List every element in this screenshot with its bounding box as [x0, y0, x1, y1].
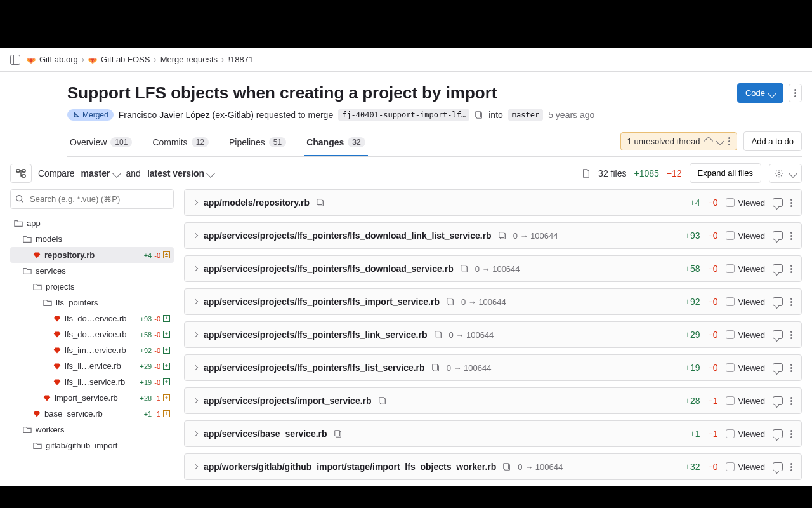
file-row: app/models/repository.rb+4−0Viewed [184, 189, 802, 216]
comment-icon[interactable] [773, 231, 783, 240]
viewed-checkbox[interactable]: Viewed [726, 198, 765, 208]
target-branch[interactable]: master [508, 109, 543, 121]
breadcrumb-mr-id[interactable]: !18871 [228, 55, 253, 64]
file-path[interactable]: app/services/projects/import_service.rb [204, 396, 372, 406]
comment-icon[interactable] [773, 462, 783, 471]
comment-icon[interactable] [773, 429, 783, 438]
tree-folder[interactable]: workers [10, 422, 174, 438]
viewed-checkbox[interactable]: Viewed [726, 462, 765, 472]
tree-file[interactable]: lfs_do…ervice.rb+58 -0 + [10, 326, 174, 342]
viewed-checkbox[interactable]: Viewed [726, 396, 765, 406]
tab-pipelines[interactable]: Pipelines51 [226, 130, 289, 156]
expand-file-icon[interactable] [193, 200, 198, 205]
breadcrumb-section[interactable]: Merge requests [160, 55, 218, 64]
file-menu-icon[interactable] [790, 463, 792, 471]
comment-icon[interactable] [773, 330, 783, 339]
copy-path-icon[interactable] [316, 198, 325, 207]
copy-path-icon[interactable] [434, 330, 443, 339]
tree-file[interactable]: base_service.rb+1 -1 ± [10, 406, 174, 422]
expand-file-icon[interactable] [193, 299, 198, 304]
breadcrumb-group[interactable]: GitLab.org [39, 55, 78, 64]
file-path[interactable]: app/services/base_service.rb [204, 429, 327, 439]
viewed-checkbox[interactable]: Viewed [726, 429, 765, 439]
add-todo-button[interactable]: Add a to do [743, 131, 802, 151]
tree-file[interactable]: lfs_li…ervice.rb+29 -0 + [10, 358, 174, 374]
file-path[interactable]: app/services/projects/lfs_pointers/lfs_d… [204, 231, 492, 241]
added-icon: + [163, 347, 170, 354]
copy-path-icon[interactable] [502, 462, 511, 471]
compare-base-dropdown[interactable]: master [81, 168, 120, 178]
thread-menu-icon[interactable] [728, 137, 730, 145]
folder-icon [23, 267, 32, 276]
expand-file-icon[interactable] [193, 332, 198, 337]
tab-changes[interactable]: Changes32 [304, 130, 367, 156]
time-ago: 5 years ago [548, 110, 594, 120]
copy-path-icon[interactable] [460, 264, 469, 273]
source-branch[interactable]: fj-40401-support-import-lf… [338, 109, 469, 121]
breadcrumb-project[interactable]: GitLab FOSS [101, 55, 150, 64]
copy-path-icon[interactable] [446, 297, 455, 306]
tree-file[interactable]: lfs_do…ervice.rb+93 -0 + [10, 311, 174, 326]
viewed-checkbox[interactable]: Viewed [726, 363, 765, 373]
copy-path-icon[interactable] [378, 396, 387, 405]
tab-overview[interactable]: Overview101 [67, 130, 134, 156]
tree-file[interactable]: lfs_im…ervice.rb+92 -0 + [10, 342, 174, 358]
file-menu-icon[interactable] [790, 364, 792, 372]
comment-icon[interactable] [773, 297, 783, 306]
expand-file-icon[interactable] [193, 266, 198, 271]
file-path[interactable]: app/services/projects/lfs_pointers/lfs_i… [204, 297, 440, 307]
letterbox-top [0, 0, 812, 48]
svg-rect-4 [476, 112, 481, 117]
viewed-checkbox[interactable]: Viewed [726, 330, 765, 340]
mr-actions-menu[interactable] [789, 84, 802, 102]
copy-path-icon[interactable] [431, 363, 440, 372]
tree-folder[interactable]: lfs_pointers [10, 295, 174, 311]
file-path[interactable]: app/models/repository.rb [204, 197, 310, 208]
tree-toggle-button[interactable] [10, 164, 32, 183]
file-path[interactable]: app/services/projects/lfs_pointers/lfs_d… [204, 264, 454, 274]
comment-icon[interactable] [773, 363, 783, 372]
author-link[interactable]: Francisco Javier López (ex-Gitlab) [119, 110, 254, 120]
tree-file[interactable]: import_service.rb+28 -1 ± [10, 390, 174, 406]
code-button[interactable]: Code [737, 83, 783, 103]
tree-folder[interactable]: services [10, 263, 174, 279]
file-path[interactable]: app/workers/gitlab/github_import/stage/i… [204, 462, 496, 472]
expand-file-icon[interactable] [193, 431, 198, 436]
file-menu-icon[interactable] [790, 331, 792, 339]
expand-file-icon[interactable] [193, 233, 198, 238]
compare-target-dropdown[interactable]: latest version [147, 168, 214, 178]
diff-settings-button[interactable] [769, 164, 802, 183]
file-menu-icon[interactable] [790, 265, 792, 273]
comment-icon[interactable] [773, 264, 783, 273]
tree-folder[interactable]: app [10, 215, 174, 231]
expand-file-icon[interactable] [193, 398, 198, 403]
copy-path-icon[interactable] [498, 231, 507, 240]
comment-icon[interactable] [773, 198, 783, 207]
expand-file-icon[interactable] [193, 365, 198, 370]
copy-icon[interactable] [475, 110, 483, 119]
file-menu-icon[interactable] [790, 232, 792, 240]
sidebar-toggle-icon[interactable] [10, 55, 20, 65]
file-path[interactable]: app/services/projects/lfs_pointers/lfs_l… [204, 330, 428, 340]
file-search-input[interactable] [10, 189, 174, 209]
copy-path-icon[interactable] [334, 429, 343, 438]
file-menu-icon[interactable] [790, 397, 792, 405]
viewed-checkbox[interactable]: Viewed [726, 231, 765, 241]
expand-all-button[interactable]: Expand all files [690, 163, 761, 183]
tree-file[interactable]: repository.rb+4 -0 ± [10, 247, 174, 263]
prev-thread-icon[interactable] [704, 137, 712, 145]
viewed-checkbox[interactable]: Viewed [726, 297, 765, 307]
comment-icon[interactable] [773, 396, 783, 405]
expand-file-icon[interactable] [193, 464, 198, 469]
file-menu-icon[interactable] [790, 430, 792, 438]
viewed-checkbox[interactable]: Viewed [726, 264, 765, 274]
file-menu-icon[interactable] [790, 298, 792, 306]
tree-folder[interactable]: gitlab/github_import [10, 438, 174, 453]
next-thread-icon[interactable] [715, 137, 724, 145]
file-path[interactable]: app/services/projects/lfs_pointers/lfs_l… [204, 363, 425, 373]
tree-folder[interactable]: models [10, 231, 174, 247]
tree-folder[interactable]: projects [10, 279, 174, 295]
file-menu-icon[interactable] [790, 199, 792, 207]
tree-file[interactable]: lfs_li…service.rb+19 -0 + [10, 374, 174, 390]
tab-commits[interactable]: Commits12 [150, 130, 211, 156]
